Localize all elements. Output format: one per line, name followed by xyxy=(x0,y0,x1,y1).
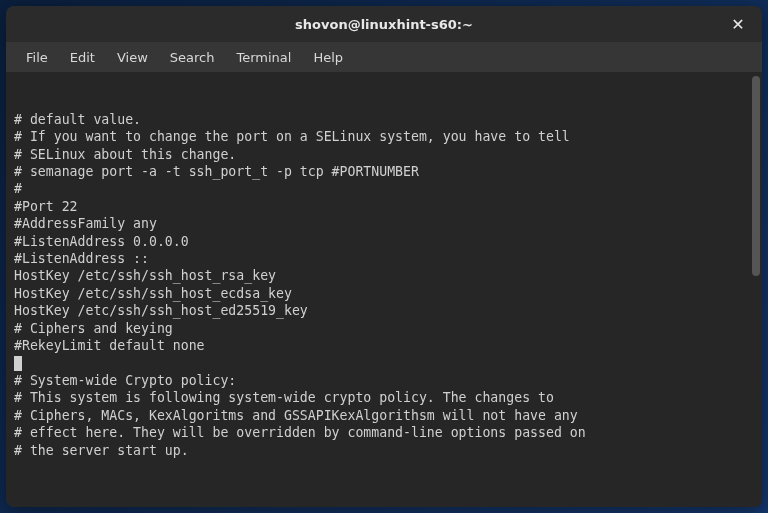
titlebar: shovon@linuxhint-s60:~ ✕ xyxy=(6,6,762,42)
terminal-line: #Port 22 xyxy=(14,198,754,215)
terminal-line: # the server start up. xyxy=(14,442,754,459)
scrollbar[interactable] xyxy=(752,76,760,276)
terminal-line: #ListenAddress 0.0.0.0 xyxy=(14,233,754,250)
terminal-line: # This system is following system-wide c… xyxy=(14,389,754,406)
terminal-line: # SELinux about this change. xyxy=(14,146,754,163)
menu-terminal[interactable]: Terminal xyxy=(226,46,301,69)
close-icon: ✕ xyxy=(731,15,744,34)
terminal-line: HostKey /etc/ssh/ssh_host_ed25519_key xyxy=(14,302,754,319)
terminal-line: #RekeyLimit default none xyxy=(14,337,754,354)
terminal-window: shovon@linuxhint-s60:~ ✕ File Edit View … xyxy=(6,6,762,507)
menu-view[interactable]: View xyxy=(107,46,158,69)
menubar: File Edit View Search Terminal Help xyxy=(6,42,762,72)
terminal-line: HostKey /etc/ssh/ssh_host_ecdsa_key xyxy=(14,285,754,302)
terminal-line: # Ciphers, MACs, KexAlgoritms and GSSAPI… xyxy=(14,407,754,424)
terminal-line: # semanage port -a -t ssh_port_t -p tcp … xyxy=(14,163,754,180)
terminal-content[interactable]: # default value.# If you want to change … xyxy=(6,72,762,507)
terminal-line: # effect here. They will be overridden b… xyxy=(14,424,754,441)
terminal-line: #ListenAddress :: xyxy=(14,250,754,267)
menu-edit[interactable]: Edit xyxy=(60,46,105,69)
terminal-line: # Ciphers and keying xyxy=(14,320,754,337)
terminal-line: HostKey /etc/ssh/ssh_host_rsa_key xyxy=(14,267,754,284)
menu-file[interactable]: File xyxy=(16,46,58,69)
terminal-line: # If you want to change the port on a SE… xyxy=(14,128,754,145)
window-title: shovon@linuxhint-s60:~ xyxy=(295,17,473,32)
terminal-line: # default value. xyxy=(14,111,754,128)
menu-help[interactable]: Help xyxy=(303,46,353,69)
terminal-line: # System-wide Crypto policy: xyxy=(14,372,754,389)
terminal-line: # xyxy=(14,180,754,197)
menu-search[interactable]: Search xyxy=(160,46,225,69)
cursor xyxy=(14,356,22,371)
terminal-line: #AddressFamily any xyxy=(14,215,754,232)
close-button[interactable]: ✕ xyxy=(726,12,750,36)
terminal-line xyxy=(14,355,754,372)
